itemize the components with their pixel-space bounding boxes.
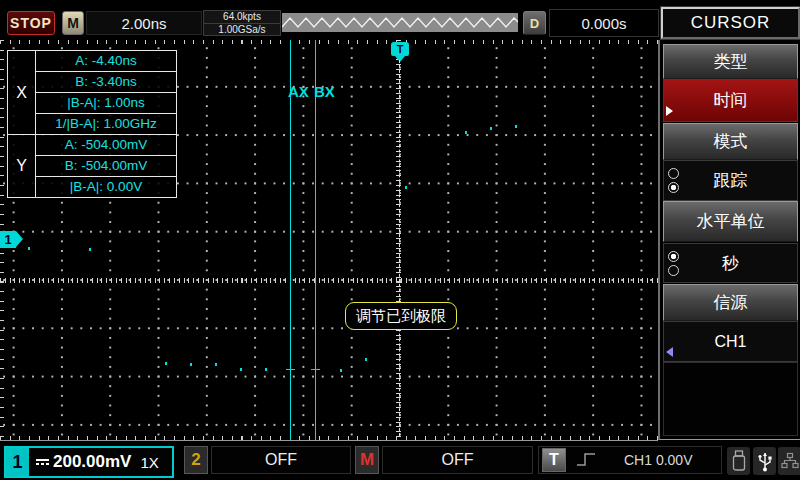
menu-item-track[interactable]: 跟踪 (663, 160, 798, 201)
sample-rate: 1.00GSa/s (204, 24, 280, 36)
menu-item-source[interactable]: 信源 (663, 284, 798, 321)
channel1-level-marker[interactable]: 1 (0, 231, 16, 248)
lan-icon (778, 447, 800, 475)
measure-x-values: A: -4.40ns B: -3.40ns |B-A|: 1.00ns 1/|B… (36, 51, 176, 134)
active-item-arrow-icon (666, 106, 673, 116)
menu-item-mode[interactable]: 模式 (663, 123, 798, 160)
track-radio-group[interactable] (668, 161, 679, 200)
soft-menu-sidebar: 类型 时间 模式 跟踪 水平单位 秒 信源 CH1 (658, 40, 800, 440)
cursor-b-line[interactable] (315, 40, 316, 440)
ruler-top (0, 40, 658, 44)
measure-x-label: X (8, 51, 36, 134)
value-item-arrow-icon (666, 347, 673, 357)
menu-item-time-active[interactable]: 时间 (663, 79, 798, 122)
measure-y-a: A: -504.00mV (36, 134, 176, 155)
acquisition-readout: 64.0kpts 1.00GSa/s (203, 10, 281, 36)
channel1-status-box[interactable]: 1 200.00mV 1X (4, 446, 174, 478)
trigger-position-marker[interactable]: T (391, 42, 409, 56)
center-horizontal-axis (0, 278, 658, 283)
oscilloscope-screen: { "top_bar": { "run_state": "STOP", "hor… (0, 0, 800, 480)
timebase-readout: 2.00ns (86, 11, 202, 35)
menu-item-source-value[interactable]: CH1 (663, 321, 798, 362)
measure-y-label: Y (8, 134, 36, 197)
measure-y-values: A: -504.00mV B: -504.00mV |B-A|: 0.00V (36, 134, 176, 197)
measure-x-b: B: -3.40ns (36, 71, 176, 92)
menu-item-seconds-label: 秒 (722, 252, 739, 275)
trigger-delay-readout: 0.000s (549, 9, 659, 37)
usb-icon (753, 447, 776, 475)
radio-on-icon[interactable] (668, 182, 679, 193)
rising-edge-icon (576, 451, 598, 469)
waveform-preview-icon (282, 13, 518, 32)
channel2-status[interactable]: OFF (211, 446, 351, 474)
delay-button[interactable]: D (523, 11, 546, 35)
radio-on-icon[interactable] (668, 251, 679, 262)
channel2-number-badge[interactable]: 2 (184, 446, 208, 474)
run-stop-button[interactable]: STOP (7, 11, 55, 35)
bottom-status-bar: 1 200.00mV 1X 2 OFF M OFF T CH1 0.00V (0, 441, 800, 480)
trigger-status-box[interactable]: T CH1 0.00V (538, 446, 722, 474)
usb-drive-icon (727, 447, 750, 475)
memory-depth: 64.0kpts (204, 11, 280, 24)
menu-item-type[interactable]: 类型 (663, 44, 798, 79)
menu-item-seconds[interactable]: 秒 (663, 243, 798, 283)
cursor-a-line[interactable] (290, 40, 291, 440)
trigger-badge: T (542, 448, 566, 472)
graticule-area: AX BX T 1 X A: -4.40ns B: -3.40ns |B-A|:… (0, 40, 658, 441)
cursor-a-label: AX (288, 83, 309, 100)
measure-y-delta: |B-A|: 0.00V (36, 176, 176, 197)
ruler-bottom (0, 436, 658, 440)
top-status-bar: STOP M 2.00ns 64.0kpts 1.00GSa/s D 0.000… (0, 0, 800, 40)
measure-y-b: B: -504.00mV (36, 155, 176, 176)
menu-item-track-label: 跟踪 (714, 169, 748, 192)
channel1-number-badge: 1 (6, 448, 30, 476)
menu-item-time-label: 时间 (714, 89, 748, 112)
dc-coupling-icon (36, 459, 49, 465)
trigger-source-level: CH1 0.00V (624, 452, 692, 468)
measure-x-delta: |B-A|: 1.00ns (36, 92, 176, 113)
measure-x-a: A: -4.40ns (36, 51, 176, 71)
limit-message-popup: 调节已到极限 (345, 302, 457, 330)
trigger-position-line (399, 60, 400, 436)
menu-title-cursor[interactable]: CURSOR (661, 7, 800, 39)
cursor-a-tick (286, 369, 295, 370)
cursor-b-label: BX (314, 83, 335, 100)
cursor-b-tick (311, 369, 320, 370)
radio-off-icon[interactable] (668, 265, 679, 276)
menu-empty-slot (663, 362, 798, 436)
channel1-probe: 1X (140, 454, 158, 471)
cursor-measure-panel: X A: -4.40ns B: -3.40ns |B-A|: 1.00ns 1/… (7, 50, 177, 198)
channel1-scale: 200.00mV (53, 452, 131, 472)
radio-off-icon[interactable] (668, 168, 679, 179)
menu-item-horizontal-unit[interactable]: 水平单位 (663, 201, 798, 242)
source-channel-label: CH1 (714, 333, 746, 351)
horizontal-menu-button[interactable]: M (62, 11, 84, 35)
seconds-radio-group[interactable] (668, 244, 679, 282)
math-status[interactable]: OFF (382, 446, 533, 474)
measure-x-freq: 1/|B-A|: 1.00GHz (36, 113, 176, 134)
waveform-preview-bar[interactable] (282, 13, 518, 32)
math-badge[interactable]: M (355, 446, 379, 474)
